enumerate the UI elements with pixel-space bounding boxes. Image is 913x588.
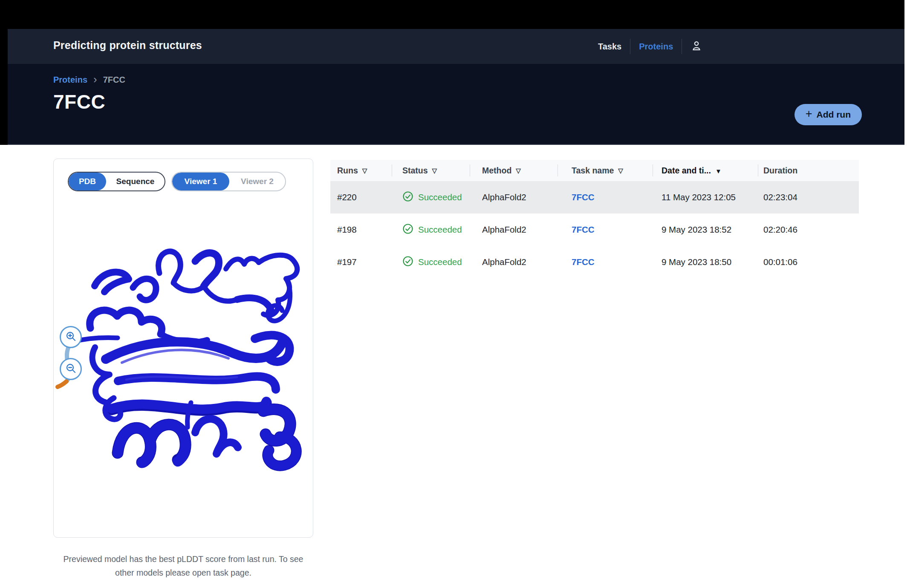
check-circle-icon [402,223,413,236]
protein-tail-tip [58,381,66,387]
page-title: 7FCC [53,90,105,113]
chevron-right-icon: › [93,75,97,84]
date-cell: 11 May 2023 12:05 [653,192,758,202]
column-header-runs[interactable]: Runs ▽ [330,160,392,181]
filter-icon[interactable]: ▽ [618,167,623,175]
runs-table: Runs ▽ Status ▽ Method ▽ Task name ▽ Dat… [330,160,859,278]
duration-cell: 00:01:06 [758,257,859,267]
nav-proteins[interactable]: Proteins [630,42,682,52]
table-row[interactable]: #198 Succeeded AlphaFold2 7FCC 9 May 202… [330,213,859,246]
toggle-sequence[interactable]: Sequence [106,173,165,190]
zoom-out-button[interactable] [60,358,82,380]
sort-desc-icon[interactable]: ▼ [715,167,722,175]
toggle-viewer-2[interactable]: Viewer 2 [229,173,285,190]
method-cell: AlphaFold2 [470,192,558,202]
status-cell: Succeeded [392,223,470,236]
left-black-strip [0,29,8,145]
task-name-link[interactable]: 7FCC [572,192,595,202]
method-cell: AlphaFold2 [470,225,558,235]
app-header: Predicting protein structures Tasks Prot… [8,29,904,64]
nav-tasks[interactable]: Tasks [589,42,630,52]
table-row[interactable]: #197 Succeeded AlphaFold2 7FCC 9 May 202… [330,246,859,278]
column-header-task-name[interactable]: Task name ▽ [558,160,653,181]
app-title: Predicting protein structures [53,39,202,52]
filter-icon[interactable]: ▽ [362,167,367,175]
column-label: Status [402,166,428,176]
table-header: Runs ▽ Status ▽ Method ▽ Task name ▽ Dat… [330,160,859,181]
column-header-duration[interactable]: Duration [758,160,859,181]
run-id: #198 [330,225,392,235]
magnifier-plus-icon [65,331,77,343]
duration-cell: 02:20:46 [758,225,859,235]
date-cell: 9 May 2023 18:52 [653,225,758,235]
breadcrumb: Proteins › 7FCC [53,75,125,85]
toggle-viewer-1[interactable]: Viewer 1 [172,173,229,190]
page: Predicting protein structures Tasks Prot… [0,0,913,588]
column-label: Runs [337,166,358,176]
column-label: Date and ti... [662,166,711,176]
duration-cell: 02:23:04 [758,192,859,202]
protein-viewer-card: PDB Sequence Viewer 1 Viewer 2 [53,159,313,538]
plus-icon: + [806,108,812,120]
filter-icon[interactable]: ▽ [432,167,437,175]
column-header-date-and-time[interactable]: Date and ti... ▼ [653,160,758,181]
format-toggle: PDB Sequence [68,172,165,191]
breadcrumb-current: 7FCC [103,75,125,85]
user-menu-button[interactable] [682,40,711,53]
add-run-button[interactable]: + Add run [795,104,862,125]
status-label: Succeeded [418,192,462,202]
status-label: Succeeded [418,225,462,235]
table-row[interactable]: #220 Succeeded AlphaFold2 7FCC 11 May 20… [330,181,859,213]
task-name-link[interactable]: 7FCC [572,225,595,235]
status-cell: Succeeded [392,191,470,204]
add-run-label: Add run [817,110,851,120]
method-cell: AlphaFold2 [470,257,558,267]
column-label: Duration [763,166,797,176]
protein-3d-viewer[interactable] [54,159,313,537]
filter-icon[interactable]: ▽ [516,167,521,175]
check-circle-icon [402,191,413,204]
column-header-method[interactable]: Method ▽ [470,160,558,181]
user-icon [691,40,702,53]
viewer-toggle: Viewer 1 Viewer 2 [171,172,286,191]
zoom-in-button[interactable] [60,326,82,348]
breadcrumb-proteins-link[interactable]: Proteins [53,75,87,85]
status-cell: Succeeded [392,256,470,269]
status-label: Succeeded [418,257,462,267]
protein-structure [54,159,313,537]
main-nav: Tasks Proteins [589,29,711,64]
column-label: Method [482,166,511,176]
magnifier-minus-icon [65,363,77,375]
check-circle-icon [402,256,413,269]
run-id: #197 [330,257,392,267]
viewer-caption: Previewed model has the best pLDDT score… [53,552,313,579]
date-cell: 9 May 2023 18:50 [653,257,758,267]
task-name-link[interactable]: 7FCC [572,257,595,267]
top-black-bar [0,0,904,29]
column-label: Task name [572,166,614,176]
column-header-status[interactable]: Status ▽ [392,160,470,181]
page-hero: Proteins › 7FCC 7FCC + Add run [8,64,904,145]
run-id: #220 [330,192,392,202]
toggle-pdb[interactable]: PDB [69,173,106,190]
